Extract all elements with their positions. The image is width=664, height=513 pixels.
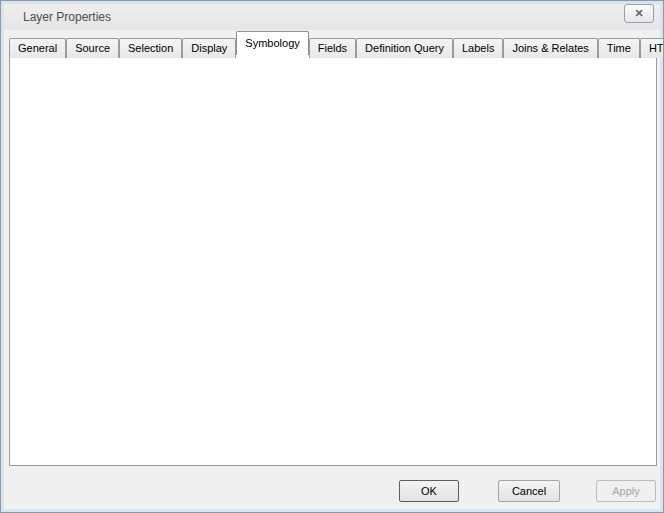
tab-time[interactable]: Time bbox=[598, 38, 640, 58]
apply-button: Apply bbox=[596, 480, 656, 502]
layer-properties-dialog: Layer Properties ✕ GeneralSourceSelectio… bbox=[0, 0, 664, 513]
tab-joins-relates[interactable]: Joins & Relates bbox=[503, 38, 597, 58]
tab-general[interactable]: General bbox=[9, 38, 66, 58]
tab-display[interactable]: Display bbox=[182, 38, 236, 58]
tab-labels[interactable]: Labels bbox=[453, 38, 503, 58]
tab-symbology[interactable]: Symbology bbox=[236, 31, 308, 55]
cancel-button[interactable]: Cancel bbox=[498, 480, 560, 502]
close-button[interactable]: ✕ bbox=[624, 4, 654, 23]
tab-selection[interactable]: Selection bbox=[119, 38, 182, 58]
tab-definition-query[interactable]: Definition Query bbox=[356, 38, 453, 58]
tab-html-popup[interactable]: HTML Popup bbox=[640, 38, 664, 58]
tab-strip: GeneralSourceSelectionDisplaySymbologyFi… bbox=[9, 34, 664, 54]
window-title: Layer Properties bbox=[23, 10, 111, 24]
close-icon: ✕ bbox=[634, 7, 643, 19]
tab-source[interactable]: Source bbox=[66, 38, 119, 58]
tab-fields[interactable]: Fields bbox=[309, 38, 356, 58]
ok-button[interactable]: OK bbox=[399, 480, 459, 502]
symbology-tab-page bbox=[9, 53, 657, 466]
title-bar[interactable]: Layer Properties bbox=[4, 4, 660, 30]
